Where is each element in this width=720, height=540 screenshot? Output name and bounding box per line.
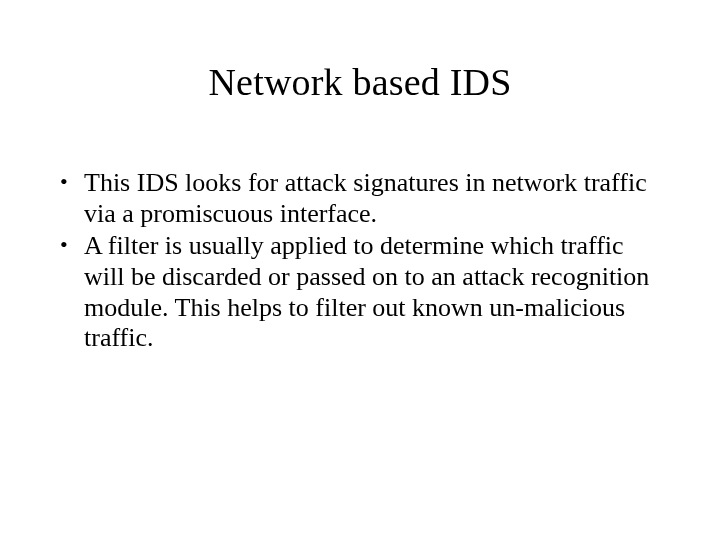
list-item: A filter is usually applied to determine… bbox=[56, 231, 664, 354]
slide-title: Network based IDS bbox=[56, 60, 664, 104]
slide: Network based IDS This IDS looks for att… bbox=[0, 0, 720, 540]
bullet-list: This IDS looks for attack signatures in … bbox=[56, 168, 664, 354]
list-item: This IDS looks for attack signatures in … bbox=[56, 168, 664, 229]
